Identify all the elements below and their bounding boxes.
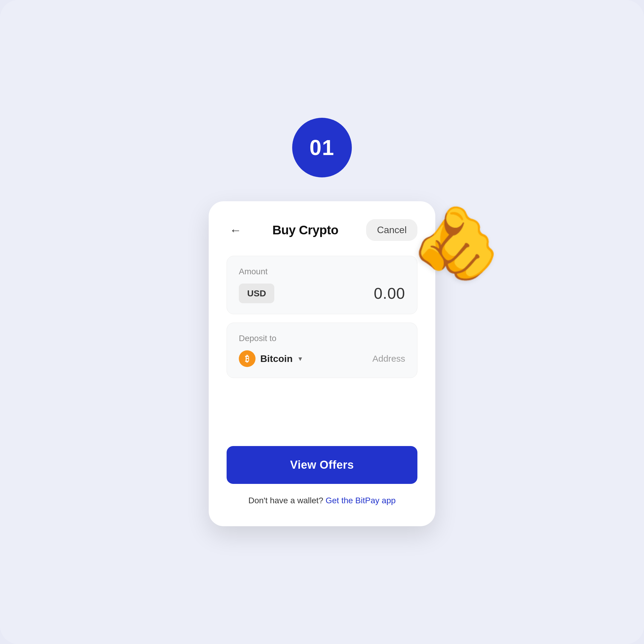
amount-label: Amount <box>239 267 405 276</box>
chevron-down-icon: ▾ <box>298 354 302 363</box>
bitpay-link[interactable]: Get the BitPay app <box>326 496 396 505</box>
page-title: Buy Crypto <box>273 223 338 237</box>
currency-badge[interactable]: USD <box>239 284 274 303</box>
back-button[interactable]: ← <box>227 221 244 239</box>
main-content: 01 ← Buy Crypto Cancel Amount USD 0.00 <box>209 118 435 526</box>
spacer <box>227 386 417 446</box>
step-badge: 01 <box>292 118 352 177</box>
deposit-section: Deposit to ₿ Bitcoin ▾ Address <box>227 323 417 378</box>
deposit-label: Deposit to <box>239 334 405 343</box>
crypto-name: Bitcoin <box>260 353 292 364</box>
phone-card: ← Buy Crypto Cancel Amount USD 0.00 Depo… <box>209 201 435 526</box>
hand-pointer-icon: 🫵 <box>412 207 501 279</box>
page-background: 01 ← Buy Crypto Cancel Amount USD 0.00 <box>0 0 644 644</box>
bitcoin-icon: ₿ <box>239 350 256 367</box>
cancel-button[interactable]: Cancel <box>366 219 417 241</box>
crypto-selector[interactable]: ₿ Bitcoin ▾ <box>239 350 302 367</box>
amount-value[interactable]: 0.00 <box>374 284 405 302</box>
deposit-row: ₿ Bitcoin ▾ Address <box>239 350 405 367</box>
view-offers-button[interactable]: View Offers <box>227 446 417 484</box>
step-number: 01 <box>309 135 335 160</box>
no-wallet-text: Don't have a wallet? <box>248 496 323 505</box>
footer-text: Don't have a wallet? Get the BitPay app <box>227 496 417 505</box>
back-arrow-icon: ← <box>230 224 241 236</box>
amount-section: Amount USD 0.00 <box>227 256 417 314</box>
address-label[interactable]: Address <box>372 354 405 364</box>
card-header: ← Buy Crypto Cancel <box>227 219 417 241</box>
amount-row: USD 0.00 <box>239 284 405 303</box>
